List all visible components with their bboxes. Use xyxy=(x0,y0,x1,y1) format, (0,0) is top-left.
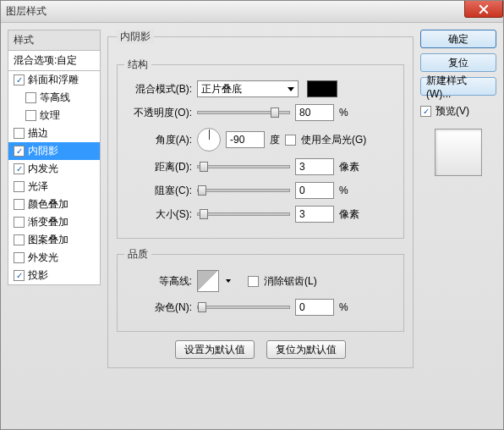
panel-title: 内阴影 xyxy=(117,30,154,44)
style-item-satin[interactable]: 光泽 xyxy=(8,178,100,196)
style-item-inner-shadow[interactable]: 内阴影 xyxy=(8,142,100,160)
style-item-texture[interactable]: 纹理 xyxy=(8,107,100,124)
antialias-checkbox[interactable] xyxy=(248,276,259,287)
blend-mode-row: 混合模式(B): 正片叠底 xyxy=(124,80,397,97)
checkbox-icon[interactable] xyxy=(14,234,25,245)
checkbox-icon[interactable] xyxy=(14,74,25,85)
size-label: 大小(S): xyxy=(124,207,192,222)
blend-options-item[interactable]: 混合选项:自定 xyxy=(8,51,101,71)
global-light-checkbox[interactable] xyxy=(285,135,296,146)
checkbox-icon[interactable] xyxy=(14,163,25,174)
contour-row: 等高线: 消除锯齿(L) xyxy=(124,270,397,292)
style-item-stroke[interactable]: 描边 xyxy=(8,124,100,142)
size-slider[interactable] xyxy=(197,212,290,216)
preview-swatch xyxy=(435,129,482,176)
panel-fieldset: 内阴影 结构 混合模式(B): 正片叠底 不透明度(O): xyxy=(107,30,414,368)
style-label: 等高线 xyxy=(40,91,70,105)
preview-row: 预览(V) xyxy=(420,104,496,119)
styles-sidebar: 样式 混合选项:自定 斜面和浮雕 等高线 纹理 描边 xyxy=(8,30,101,422)
blend-mode-select[interactable]: 正片叠底 xyxy=(197,80,299,97)
distance-label: 距离(D): xyxy=(124,160,192,174)
style-item-inner-glow[interactable]: 内发光 xyxy=(8,160,100,178)
opacity-label: 不透明度(O): xyxy=(124,106,192,120)
settings-panel: 内阴影 结构 混合模式(B): 正片叠底 不透明度(O): xyxy=(107,30,414,422)
titlebar: 图层样式 xyxy=(1,1,503,23)
choke-row: 阻塞(C): 0 % xyxy=(124,182,397,199)
checkbox-icon[interactable] xyxy=(14,199,25,210)
new-style-button[interactable]: 新建样式(W)... xyxy=(420,77,496,96)
blend-mode-value: 正片叠底 xyxy=(201,82,242,96)
percent-unit: % xyxy=(339,185,364,196)
global-light-label: 使用全局光(G) xyxy=(301,133,366,147)
style-list: 斜面和浮雕 等高线 纹理 描边 内阴影 xyxy=(8,71,101,285)
style-label: 投影 xyxy=(28,268,48,283)
style-item-color-overlay[interactable]: 颜色叠加 xyxy=(8,196,100,213)
angle-input[interactable]: -90 xyxy=(226,131,265,148)
size-row: 大小(S): 3 像素 xyxy=(124,206,397,223)
cancel-button[interactable]: 复位 xyxy=(420,53,496,72)
degree-unit: 度 xyxy=(270,133,280,147)
choke-input[interactable]: 0 xyxy=(295,182,334,199)
noise-row: 杂色(N): 0 % xyxy=(124,299,397,316)
style-label: 内发光 xyxy=(28,162,58,176)
blend-mode-label: 混合模式(B): xyxy=(124,82,192,96)
preview-label: 预览(V) xyxy=(436,104,469,119)
size-input[interactable]: 3 xyxy=(295,206,334,223)
checkbox-icon[interactable] xyxy=(14,252,25,263)
style-label: 内阴影 xyxy=(28,144,58,158)
choke-slider[interactable] xyxy=(197,189,290,192)
angle-label: 角度(A): xyxy=(124,133,192,147)
checkbox-icon[interactable] xyxy=(14,270,25,281)
chevron-down-icon xyxy=(288,87,294,91)
opacity-slider[interactable] xyxy=(197,111,290,114)
angle-row: 角度(A): -90 度 使用全局光(G) xyxy=(124,128,397,152)
opacity-row: 不透明度(O): 80 % xyxy=(124,104,397,121)
contour-picker[interactable] xyxy=(197,270,219,292)
checkbox-icon[interactable] xyxy=(25,110,36,121)
checkbox-icon[interactable] xyxy=(14,181,25,192)
noise-input[interactable]: 0 xyxy=(295,299,334,316)
styles-header: 样式 xyxy=(8,30,101,51)
window-title: 图层样式 xyxy=(6,4,47,19)
antialias-label: 消除锯齿(L) xyxy=(264,274,317,289)
style-item-bevel[interactable]: 斜面和浮雕 xyxy=(8,71,100,89)
checkbox-icon[interactable] xyxy=(25,92,36,103)
style-item-drop-shadow[interactable]: 投影 xyxy=(8,267,100,284)
checkbox-icon[interactable] xyxy=(14,217,25,228)
noise-slider[interactable] xyxy=(197,306,290,309)
style-item-outer-glow[interactable]: 外发光 xyxy=(8,249,100,267)
quality-fieldset: 品质 等高线: 消除锯齿(L) 杂色(N): 0 % xyxy=(117,247,404,332)
distance-slider[interactable] xyxy=(197,165,290,168)
structure-title: 结构 xyxy=(124,58,151,72)
structure-fieldset: 结构 混合模式(B): 正片叠底 不透明度(O): 80 % xyxy=(117,58,404,239)
default-buttons-row: 设置为默认值 复位为默认值 xyxy=(117,340,404,359)
shadow-color-swatch[interactable] xyxy=(307,80,337,97)
style-label: 光泽 xyxy=(28,179,48,194)
checkbox-icon[interactable] xyxy=(14,128,25,139)
close-button[interactable] xyxy=(464,1,503,18)
quality-title: 品质 xyxy=(124,247,151,262)
percent-unit: % xyxy=(339,107,364,119)
reset-default-button[interactable]: 复位为默认值 xyxy=(266,340,346,359)
dialog-body: 样式 混合选项:自定 斜面和浮雕 等高线 纹理 描边 xyxy=(1,23,503,429)
style-item-pattern-overlay[interactable]: 图案叠加 xyxy=(8,231,100,249)
style-item-contour[interactable]: 等高线 xyxy=(8,89,100,107)
preview-checkbox[interactable] xyxy=(420,106,431,117)
make-default-button[interactable]: 设置为默认值 xyxy=(175,340,255,359)
style-label: 纹理 xyxy=(40,108,60,123)
opacity-input[interactable]: 80 xyxy=(295,104,334,121)
noise-label: 杂色(N): xyxy=(124,300,192,315)
angle-dial[interactable] xyxy=(197,128,221,152)
style-label: 颜色叠加 xyxy=(28,197,68,212)
distance-input[interactable]: 3 xyxy=(295,158,334,175)
ok-button[interactable]: 确定 xyxy=(420,30,496,48)
action-column: 确定 复位 新建样式(W)... 预览(V) xyxy=(420,30,496,422)
px-unit: 像素 xyxy=(339,207,364,222)
layer-style-dialog: 图层样式 样式 混合选项:自定 斜面和浮雕 等高线 纹理 xyxy=(0,0,504,430)
style-label: 图案叠加 xyxy=(28,233,68,247)
style-label: 外发光 xyxy=(28,251,58,265)
checkbox-icon[interactable] xyxy=(14,146,25,157)
style-item-gradient-overlay[interactable]: 渐变叠加 xyxy=(8,213,100,231)
chevron-down-icon[interactable] xyxy=(226,279,231,283)
style-label: 斜面和浮雕 xyxy=(28,73,79,87)
